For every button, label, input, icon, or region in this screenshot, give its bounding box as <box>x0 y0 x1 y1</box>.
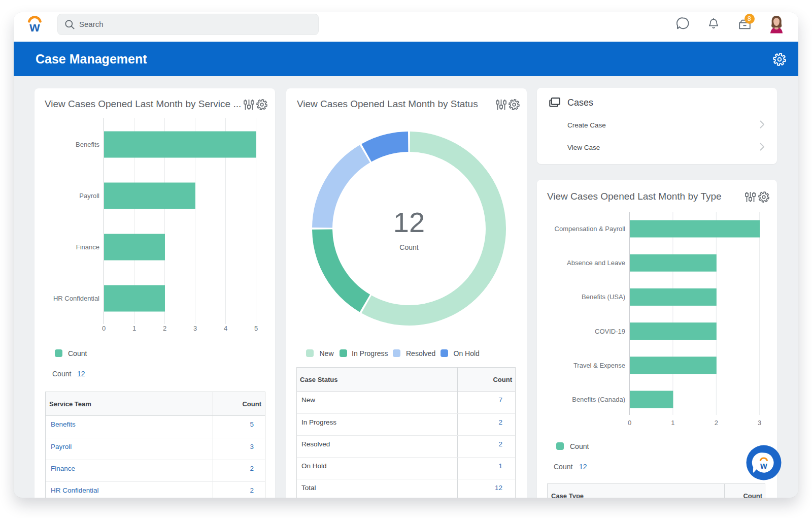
svg-text:Benefits (USA): Benefits (USA) <box>582 293 625 301</box>
svg-text:Benefits (Canada): Benefits (Canada) <box>572 396 625 403</box>
svg-text:Absence and Leave: Absence and Leave <box>567 259 625 267</box>
svg-text:Finance: Finance <box>76 243 99 251</box>
svg-text:4: 4 <box>224 325 227 332</box>
svg-text:0: 0 <box>628 419 631 427</box>
svg-text:0: 0 <box>102 325 106 332</box>
svg-text:1: 1 <box>132 325 136 332</box>
svg-text:Benefits: Benefits <box>76 141 99 148</box>
svg-text:w: w <box>760 461 767 471</box>
svg-text:2: 2 <box>163 325 166 332</box>
svg-text:5: 5 <box>254 325 258 332</box>
svg-text:2: 2 <box>715 419 718 427</box>
svg-text:Payroll: Payroll <box>79 192 99 200</box>
svg-text:HR Confidential: HR Confidential <box>53 295 99 302</box>
svg-text:Compensation & Payroll: Compensation & Payroll <box>555 225 626 233</box>
svg-text:Travel & Expense: Travel & Expense <box>573 362 625 369</box>
svg-text:COVID-19: COVID-19 <box>595 328 625 335</box>
svg-text:3: 3 <box>193 325 197 332</box>
svg-text:w: w <box>29 19 40 33</box>
svg-text:3: 3 <box>758 419 761 427</box>
svg-text:1: 1 <box>671 419 674 427</box>
